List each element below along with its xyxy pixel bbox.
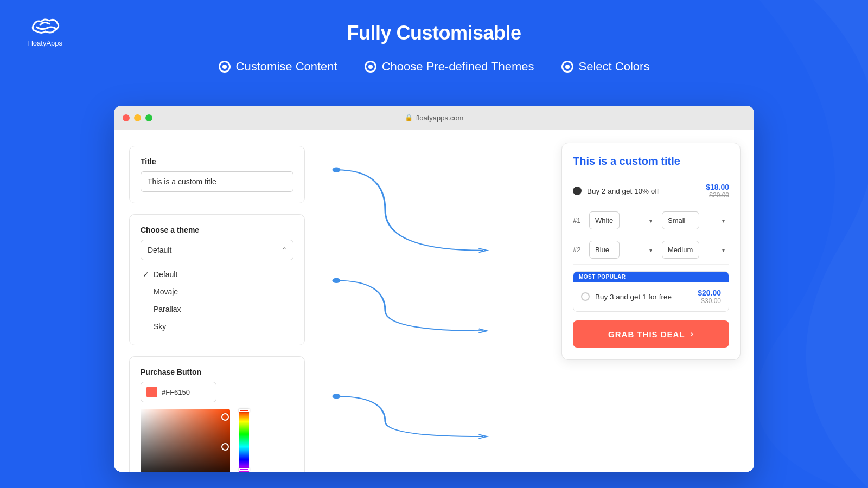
page-title: Fully Customisable: [0, 22, 868, 44]
tab-radio-colors: [561, 61, 573, 73]
traffic-light-red[interactable]: [123, 114, 130, 121]
variant-num-1: #1: [573, 216, 584, 224]
cta-arrow-icon: ›: [691, 329, 694, 339]
theme-select[interactable]: Default Movaje Parallax Sky: [141, 240, 293, 260]
browser-content: Title Choose a theme Default Movaje Para…: [114, 130, 754, 472]
color-swatch: [146, 387, 157, 397]
traffic-light-yellow[interactable]: [134, 114, 141, 121]
theme-section: Choose a theme Default Movaje Parallax S…: [129, 214, 305, 345]
theme-select-wrapper: Default Movaje Parallax Sky ⌃: [141, 240, 293, 260]
color-section-title: Purchase Button: [141, 368, 293, 376]
popular-price-old: $30.00: [698, 297, 721, 305]
size-select-2[interactable]: Medium Small Large: [662, 241, 699, 259]
size-select-wrapper-2: Medium Small Large ▾: [662, 241, 729, 259]
tab-customise-content[interactable]: Customise Content: [219, 60, 337, 74]
tab-label-colors: Select Colors: [579, 60, 650, 74]
color-picker-handle-2[interactable]: [221, 443, 229, 451]
browser-url: 🔒 floatyapps.com: [405, 114, 463, 122]
size-select-1[interactable]: Small Medium Large: [662, 211, 699, 229]
size-select-wrapper-1: Small Medium Large ▾: [662, 211, 729, 229]
cta-button[interactable]: GRAB THIS DEAL ›: [573, 320, 729, 348]
color-section: Purchase Button #FF6150: [129, 356, 305, 472]
left-panel: Title Choose a theme Default Movaje Para…: [114, 130, 320, 472]
color-select-wrapper-1: White Blue Red ▾: [589, 211, 656, 229]
popular-radio[interactable]: [581, 292, 590, 301]
tab-select-colors[interactable]: Select Colors: [561, 60, 650, 74]
hue-handle-2[interactable]: [239, 468, 250, 471]
color-select-wrapper-2: Blue White Red ▾: [589, 241, 656, 259]
size-select-arrow-1: ▾: [722, 217, 725, 223]
cta-label: GRAB THIS DEAL: [608, 330, 685, 339]
theme-item-movaje[interactable]: Movaje: [141, 284, 293, 299]
logo-icon: [30, 15, 60, 37]
variant-row-2: #2 Blue White Red ▾ Medium Small: [573, 235, 729, 265]
deal-label-1: Buy 2 and get 10% off: [587, 187, 659, 195]
deal-price-new-1: $18.00: [706, 183, 729, 191]
lock-icon: 🔒: [405, 114, 413, 121]
theme-list: Default Movaje Parallax Sky: [141, 267, 293, 334]
deal-prices-1: $18.00 $20.00: [706, 183, 729, 199]
variant-row-1: #1 White Blue Red ▾ Small Medium: [573, 206, 729, 235]
svg-point-1: [333, 278, 341, 283]
size-select-arrow-2: ▾: [722, 247, 725, 253]
right-panel: This is a custom title Buy 2 and get 10%…: [548, 130, 754, 472]
color-hex-text: #FF6150: [162, 388, 190, 396]
popular-deal-prices: $20.00 $30.00: [698, 288, 721, 305]
popular-left: Buy 3 and get 1 for free: [581, 292, 672, 301]
variant-num-2: #2: [573, 246, 584, 254]
tab-choose-themes[interactable]: Choose Pre-defined Themes: [365, 60, 534, 74]
theme-item-sky[interactable]: Sky: [141, 319, 293, 334]
theme-label: Choose a theme: [141, 226, 293, 234]
deal-option-1[interactable]: Buy 2 and get 10% off $18.00 $20.00: [573, 176, 729, 206]
hue-handle[interactable]: [239, 409, 250, 412]
tab-label-themes: Choose Pre-defined Themes: [382, 60, 534, 74]
page-header: Fully Customisable: [0, 0, 868, 44]
color-select-2[interactable]: Blue White Red: [589, 241, 620, 259]
svg-point-2: [333, 394, 341, 399]
browser-window: 🔒 floatyapps.com Title Choose a theme De…: [114, 106, 754, 472]
svg-point-0: [333, 168, 341, 172]
popular-deal-label: Buy 3 and get 1 for free: [595, 293, 672, 301]
color-gradient-area[interactable]: [141, 409, 230, 472]
title-section: Title: [129, 146, 305, 203]
color-select-1[interactable]: White Blue Red: [589, 211, 620, 229]
deal-radio-1[interactable]: [573, 187, 582, 195]
deal-price-old-1: $20.00: [706, 191, 729, 199]
tab-label-customise: Customise Content: [236, 60, 337, 74]
theme-item-default[interactable]: Default: [141, 267, 293, 282]
browser-titlebar: 🔒 floatyapps.com: [114, 106, 754, 130]
popular-price-new: $20.00: [698, 288, 721, 297]
color-select-arrow-2: ▾: [649, 247, 652, 253]
logo-text: FloatyApps: [27, 39, 62, 47]
title-label: Title: [141, 157, 293, 166]
color-hex-input[interactable]: #FF6150: [141, 382, 216, 402]
logo-area: FloatyApps: [27, 15, 62, 47]
traffic-light-green[interactable]: [145, 114, 152, 121]
hue-strip[interactable]: [239, 409, 249, 472]
color-picker-container[interactable]: [141, 409, 249, 472]
tab-radio-customise: [219, 61, 231, 73]
popular-deal[interactable]: MOST POPULAR Buy 3 and get 1 for free $2…: [573, 271, 729, 312]
tabs-row: Customise Content Choose Pre-defined The…: [0, 60, 868, 74]
widget-title: This is a custom title: [573, 155, 729, 168]
tab-radio-themes: [365, 61, 376, 73]
color-select-arrow-1: ▾: [649, 217, 652, 223]
title-input[interactable]: [141, 171, 293, 192]
connector-area: [320, 130, 548, 472]
popular-badge: MOST POPULAR: [573, 272, 729, 282]
color-picker-handle-1[interactable]: [221, 413, 229, 421]
widget-card: This is a custom title Buy 2 and get 10%…: [561, 143, 741, 360]
theme-item-parallax[interactable]: Parallax: [141, 301, 293, 317]
popular-content: Buy 3 and get 1 for free $20.00 $30.00: [573, 282, 729, 311]
url-text: floatyapps.com: [416, 114, 463, 122]
deal-left-1: Buy 2 and get 10% off: [573, 187, 659, 195]
